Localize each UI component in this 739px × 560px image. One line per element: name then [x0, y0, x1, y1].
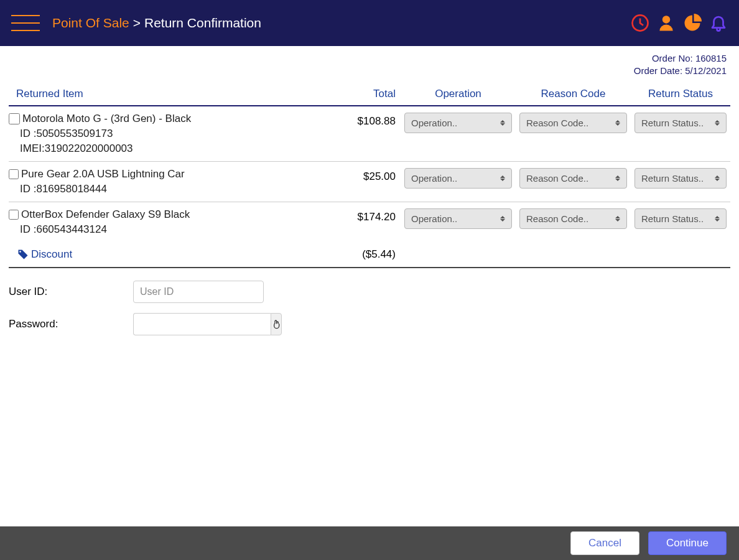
- item-id: 660543443124: [36, 223, 106, 235]
- sort-icon: [715, 175, 720, 181]
- reason-dropdown[interactable]: Reason Code..: [519, 168, 627, 189]
- sort-icon: [715, 120, 720, 126]
- item-total: $25.00: [320, 168, 401, 183]
- top-icons: [631, 14, 728, 32]
- discount-row: Discount ($5.44): [9, 242, 730, 268]
- sort-icon: [615, 175, 620, 181]
- main-content: Returned Item Total Operation Reason Cod…: [0, 77, 739, 526]
- pie-chart-icon[interactable]: [683, 14, 702, 32]
- item-imei: 319022020000003: [45, 142, 133, 154]
- user-id-input[interactable]: [133, 281, 264, 303]
- breadcrumb-root[interactable]: Point Of Sale: [52, 16, 129, 30]
- hamburger-menu-icon[interactable]: [11, 15, 40, 31]
- row-checkbox[interactable]: [9, 210, 19, 220]
- item-total: $108.88: [320, 113, 401, 128]
- item-id-label: ID :: [20, 183, 36, 195]
- item-name: OtterBox Defender Galaxy S9 Black: [21, 208, 190, 221]
- header-reason: Reason Code: [516, 88, 631, 100]
- item-name: Pure Gear 2.0A USB Lightning Car: [21, 168, 185, 180]
- operation-dropdown[interactable]: Operation..: [404, 208, 512, 229]
- pointer-icon: [271, 319, 281, 329]
- user-icon[interactable]: [657, 14, 676, 32]
- sort-icon: [500, 216, 505, 222]
- item-id-label: ID :: [20, 223, 36, 235]
- item-total: $174.20: [320, 208, 401, 223]
- sort-icon: [615, 120, 620, 126]
- clock-icon[interactable]: [631, 14, 649, 32]
- order-info: Order No: 160815 Order Date: 5/12/2021: [0, 46, 739, 77]
- svg-point-2: [19, 251, 21, 253]
- breadcrumb: Point Of Sale > Return Confirmation: [52, 16, 261, 30]
- header-status: Return Status: [631, 88, 730, 100]
- item-name: Motorola Moto G - (3rd Gen) - Black: [22, 113, 191, 125]
- header-item: Returned Item: [9, 88, 320, 100]
- top-bar: Point Of Sale > Return Confirmation: [0, 0, 739, 46]
- order-date-label: Order Date:: [634, 65, 686, 76]
- row-checkbox[interactable]: [9, 113, 20, 124]
- continue-button[interactable]: Continue: [648, 531, 727, 555]
- reason-dropdown[interactable]: Reason Code..: [519, 113, 627, 133]
- sort-icon: [715, 216, 720, 222]
- sort-icon: [500, 120, 505, 126]
- discount-label[interactable]: Discount: [17, 248, 320, 261]
- status-dropdown[interactable]: Return Status..: [634, 168, 727, 189]
- password-label: Password:: [9, 318, 127, 330]
- status-dropdown[interactable]: Return Status..: [634, 208, 727, 229]
- table-row: Motorola Moto G - (3rd Gen) - Black ID :…: [9, 106, 730, 162]
- order-no-value: 160815: [695, 53, 727, 63]
- operation-dropdown[interactable]: Operation..: [404, 168, 512, 189]
- show-password-button[interactable]: [271, 313, 282, 335]
- table-row: OtterBox Defender Galaxy S9 Black ID :66…: [9, 202, 730, 242]
- item-imei-label: IMEI:: [20, 142, 45, 154]
- status-dropdown[interactable]: Return Status..: [634, 113, 727, 133]
- password-row: Password:: [9, 313, 730, 335]
- reason-dropdown[interactable]: Reason Code..: [519, 208, 627, 229]
- item-id-label: ID :: [20, 128, 36, 139]
- bell-icon[interactable]: [709, 14, 728, 32]
- order-date-value: 5/12/2021: [685, 65, 727, 76]
- operation-dropdown[interactable]: Operation..: [404, 113, 512, 133]
- order-no-label: Order No:: [652, 53, 695, 63]
- user-id-label: User ID:: [9, 286, 127, 298]
- user-id-row: User ID:: [9, 281, 730, 303]
- discount-amount: ($5.44): [320, 248, 401, 261]
- sort-icon: [615, 216, 620, 222]
- sort-icon: [500, 175, 505, 181]
- item-id: 5050553509173: [36, 128, 113, 139]
- cancel-button[interactable]: Cancel: [570, 531, 639, 555]
- header-operation: Operation: [401, 88, 516, 100]
- item-id: 816958018444: [36, 183, 106, 195]
- header-total: Total: [320, 88, 401, 100]
- row-checkbox[interactable]: [9, 169, 19, 179]
- table-headers: Returned Item Total Operation Reason Cod…: [9, 83, 730, 106]
- footer-bar: Cancel Continue: [0, 526, 739, 560]
- tag-icon: [17, 249, 29, 260]
- table-row: Pure Gear 2.0A USB Lightning Car ID :816…: [9, 162, 730, 202]
- breadcrumb-separator: >: [133, 16, 141, 30]
- breadcrumb-page: Return Confirmation: [144, 16, 261, 30]
- svg-point-1: [662, 16, 671, 24]
- password-input[interactable]: [133, 313, 271, 335]
